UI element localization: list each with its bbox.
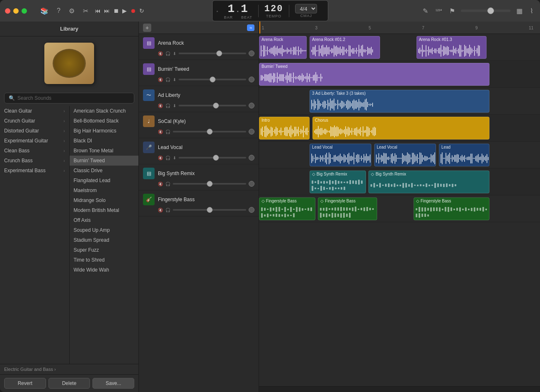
library-patch-item[interactable]: Bell-Bottomed Stack — [70, 116, 139, 126]
mute-icon[interactable]: 🔇 — [158, 130, 163, 134]
horizontal-scrollbar[interactable] — [259, 386, 540, 392]
input-icon[interactable]: ⬇ — [173, 156, 176, 160]
track-output-button[interactable] — [249, 77, 254, 82]
track-volume-slider[interactable] — [173, 183, 246, 185]
mute-icon[interactable]: 🔇 — [158, 182, 163, 186]
help-icon[interactable]: ? — [55, 5, 62, 16]
track-item[interactable]: ▤ Burnin' Tweed 🔇 🎧 ⬇ — [139, 60, 259, 86]
fullscreen-button[interactable] — [22, 8, 27, 14]
master-volume-slider[interactable] — [461, 10, 511, 12]
search-placeholder[interactable]: Search Sounds — [17, 95, 51, 101]
track-output-button[interactable] — [249, 207, 254, 213]
track-volume-slider[interactable] — [173, 209, 246, 211]
scissors-icon[interactable]: ✂ — [81, 5, 90, 17]
track-item[interactable]: 🎤 Lead Vocal 🔇 🎧 ⬇ — [139, 138, 259, 164]
library-patch-item[interactable]: Midrange Solo — [70, 195, 139, 205]
input-icon[interactable]: ⬇ — [173, 103, 176, 108]
track-volume-slider[interactable] — [179, 105, 246, 106]
mute-icon[interactable]: 🔇 — [158, 51, 163, 56]
close-button[interactable] — [5, 8, 10, 14]
metronome-icon[interactable]: ⚑ — [448, 5, 457, 17]
fast-forward-button[interactable]: ⏭ — [104, 7, 110, 14]
library-patch-item[interactable]: Burnin' Tweed — [70, 156, 139, 166]
audio-clip[interactable]: Lead Vocal — [374, 144, 436, 166]
play-button[interactable]: ▶ — [122, 7, 127, 14]
headphone-icon[interactable]: 🎧 — [165, 130, 170, 134]
headphone-icon[interactable]: 🎧 — [165, 103, 170, 108]
audio-clip[interactable]: ◇ Fingerstyle Bass — [259, 197, 315, 220]
stop-button[interactable]: ⏹ — [113, 7, 119, 14]
input-icon[interactable]: ⬇ — [173, 77, 176, 82]
loop-button[interactable]: ↻ — [139, 7, 144, 14]
library-icon[interactable]: 📚 — [39, 5, 50, 17]
track-output-button[interactable] — [249, 155, 254, 161]
headphone-icon[interactable]: 🎧 — [165, 51, 170, 56]
audio-clip[interactable]: Arena Rock — [259, 36, 307, 59]
track-item[interactable]: 🎸 Fingerstyle Bass 🔇 🎧 — [139, 190, 259, 216]
library-patch-item[interactable]: American Stack Crunch — [70, 106, 139, 116]
audio-clip[interactable]: Arena Rock #01.3 — [417, 36, 487, 59]
library-patch-item[interactable]: Time to Shred — [70, 255, 139, 265]
track-output-button[interactable] — [249, 51, 254, 56]
audio-clip[interactable]: Burnin' Tweed — [259, 63, 489, 86]
minimize-button[interactable] — [13, 8, 19, 14]
track-volume-slider[interactable] — [173, 131, 246, 132]
audio-clip[interactable]: Lead Vocal — [310, 144, 371, 166]
track-item[interactable]: ♩ SoCal (Kyle) 🔇 🎧 — [139, 112, 259, 138]
headphone-icon[interactable]: 🎧 — [165, 156, 170, 160]
track-output-button[interactable] — [249, 181, 254, 187]
track-item[interactable]: 〜 Ad Liberty 🔇 🎧 ⬇ — [139, 86, 259, 112]
library-patch-item[interactable]: Black DI — [70, 136, 139, 146]
playhead[interactable] — [259, 22, 260, 34]
audio-clip[interactable]: Lead — [439, 144, 489, 166]
count-in-icon[interactable]: ¹²³⁴ — [434, 7, 443, 15]
library-patch-item[interactable]: Maelstrom — [70, 185, 139, 195]
mute-icon[interactable]: 🔇 — [158, 208, 163, 212]
library-patch-item[interactable]: Super Fuzz — [70, 245, 139, 255]
headphone-icon[interactable]: 🎧 — [165, 182, 170, 186]
library-category-item[interactable]: Distorted Guitar› — [0, 126, 69, 136]
grid-view-icon[interactable]: ▦ — [515, 5, 524, 17]
library-patch-item[interactable]: Modern British Metal — [70, 205, 139, 215]
library-patch-item[interactable]: Classic Drive — [70, 166, 139, 176]
track-item[interactable]: ▤ Big Synth Remix 🔇 🎧 — [139, 164, 259, 190]
pencil-icon[interactable]: ✎ — [421, 5, 430, 17]
audio-clip[interactable]: ◇ Fingerstyle Bass — [318, 197, 377, 220]
library-patch-item[interactable]: Stadium Spread — [70, 235, 139, 245]
library-patch-item[interactable]: Off Axis — [70, 215, 139, 225]
library-footer-text[interactable]: Electric Guitar and Bass › — [4, 367, 56, 372]
audio-clip[interactable]: 3 Ad Liberty: Take 3 (3 takes) — [310, 90, 489, 113]
library-patch-item[interactable]: Big Hair Harmonics — [70, 126, 139, 136]
audio-clip[interactable]: ◇ Big Synth Remix — [368, 171, 489, 193]
audio-clip[interactable]: ◇ Big Synth Remix — [310, 171, 366, 193]
add-track-button[interactable]: + — [143, 24, 151, 32]
audio-clip[interactable]: Intro — [259, 117, 310, 139]
timesig-select[interactable]: 4/4 — [295, 4, 317, 14]
audio-clip[interactable]: ◇ Fingerstyle Bass — [414, 197, 489, 220]
smart-controls-button[interactable]: ≈ — [247, 24, 254, 31]
track-volume-slider[interactable] — [179, 53, 246, 54]
headphone-icon[interactable]: 🎧 — [165, 208, 170, 212]
track-volume-slider[interactable] — [179, 79, 246, 80]
track-output-button[interactable] — [249, 129, 254, 135]
track-volume-slider[interactable] — [179, 157, 246, 159]
library-patch-item[interactable]: Brown Tone Metal — [70, 146, 139, 156]
audio-clip[interactable]: Chorus — [312, 117, 489, 139]
mute-icon[interactable]: 🔇 — [158, 77, 163, 82]
settings-icon[interactable]: ⚙ — [67, 5, 76, 17]
input-icon[interactable]: ⬇ — [173, 51, 176, 56]
library-category-item[interactable]: Clean Guitar› — [0, 106, 69, 116]
library-category-item[interactable]: Clean Bass› — [0, 146, 69, 156]
mute-icon[interactable]: 🔇 — [158, 156, 163, 160]
library-category-item[interactable]: Experimental Guitar› — [0, 136, 69, 146]
save-button[interactable]: Save... — [92, 378, 134, 389]
library-category-item[interactable]: Experimental Bass› — [0, 166, 69, 176]
rewind-button[interactable]: ⏮ — [95, 7, 101, 14]
library-patch-item[interactable]: Flangilated Lead — [70, 176, 139, 185]
library-patch-item[interactable]: Wide Wide Wah — [70, 265, 139, 275]
waveform-view-icon[interactable]: ⌇ — [528, 5, 535, 17]
track-output-button[interactable] — [249, 103, 254, 108]
audio-clip[interactable]: Arena Rock #01.2 — [310, 36, 380, 59]
mute-icon[interactable]: 🔇 — [158, 103, 163, 108]
track-item[interactable]: ▤ Arena Rock 🔇 🎧 ⬇ — [139, 34, 259, 60]
